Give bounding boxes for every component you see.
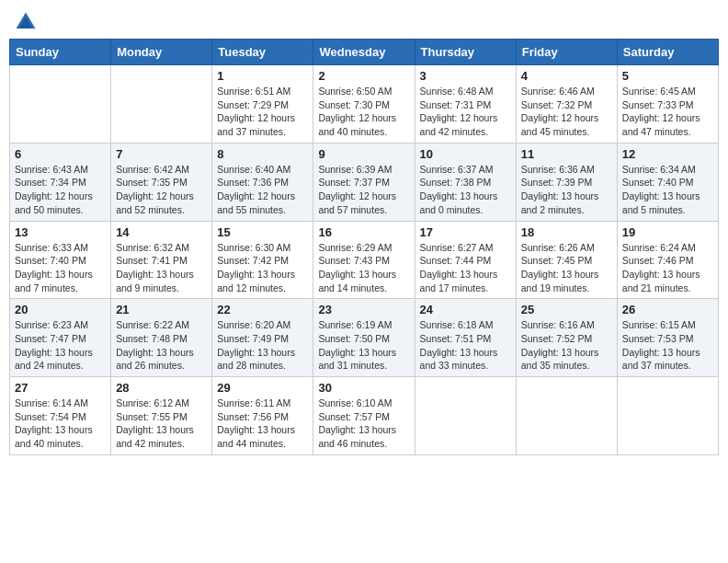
day-number: 15	[217, 225, 308, 239]
weekday-header-sunday: Sunday	[10, 40, 111, 65]
day-info: Sunrise: 6:32 AM Sunset: 7:41 PM Dayligh…	[116, 241, 207, 295]
day-number: 29	[217, 381, 308, 395]
day-number: 16	[318, 225, 409, 239]
day-number: 6	[15, 147, 106, 161]
calendar-cell: 5Sunrise: 6:45 AM Sunset: 7:33 PM Daylig…	[617, 65, 718, 144]
day-info: Sunrise: 6:22 AM Sunset: 7:48 PM Dayligh…	[116, 318, 207, 373]
calendar-cell: 2Sunrise: 6:50 AM Sunset: 7:30 PM Daylig…	[313, 65, 415, 144]
calendar-cell	[10, 65, 111, 144]
calendar-week-1: 1Sunrise: 6:51 AM Sunset: 7:29 PM Daylig…	[10, 65, 719, 144]
calendar-cell: 25Sunrise: 6:16 AM Sunset: 7:52 PM Dayli…	[516, 299, 617, 377]
day-number: 30	[318, 381, 409, 395]
calendar-cell: 23Sunrise: 6:19 AM Sunset: 7:50 PM Dayli…	[313, 299, 415, 377]
day-number: 4	[521, 69, 612, 83]
header	[9, 9, 719, 35]
calendar-cell: 27Sunrise: 6:14 AM Sunset: 7:54 PM Dayli…	[10, 377, 111, 455]
calendar: SundayMondayTuesdayWednesdayThursdayFrid…	[9, 39, 719, 455]
calendar-week-3: 13Sunrise: 6:33 AM Sunset: 7:40 PM Dayli…	[10, 221, 719, 299]
day-info: Sunrise: 6:10 AM Sunset: 7:57 PM Dayligh…	[318, 396, 409, 451]
day-number: 11	[521, 147, 612, 161]
day-number: 9	[318, 147, 409, 161]
calendar-cell: 16Sunrise: 6:29 AM Sunset: 7:43 PM Dayli…	[313, 221, 415, 299]
day-number: 18	[521, 225, 612, 239]
calendar-cell: 28Sunrise: 6:12 AM Sunset: 7:55 PM Dayli…	[111, 377, 212, 455]
day-info: Sunrise: 6:24 AM Sunset: 7:46 PM Dayligh…	[622, 241, 713, 295]
calendar-week-5: 27Sunrise: 6:14 AM Sunset: 7:54 PM Dayli…	[10, 377, 719, 455]
calendar-cell: 7Sunrise: 6:42 AM Sunset: 7:35 PM Daylig…	[111, 143, 212, 221]
calendar-cell: 15Sunrise: 6:30 AM Sunset: 7:42 PM Dayli…	[212, 221, 313, 299]
day-info: Sunrise: 6:48 AM Sunset: 7:31 PM Dayligh…	[420, 85, 511, 139]
weekday-header-row: SundayMondayTuesdayWednesdayThursdayFrid…	[10, 40, 719, 65]
day-number: 28	[116, 381, 207, 395]
calendar-cell: 22Sunrise: 6:20 AM Sunset: 7:49 PM Dayli…	[212, 299, 313, 377]
day-info: Sunrise: 6:36 AM Sunset: 7:39 PM Dayligh…	[521, 163, 612, 217]
logo	[13, 9, 42, 35]
calendar-cell: 26Sunrise: 6:15 AM Sunset: 7:53 PM Dayli…	[617, 299, 718, 377]
calendar-cell: 30Sunrise: 6:10 AM Sunset: 7:57 PM Dayli…	[313, 377, 415, 455]
calendar-cell: 6Sunrise: 6:43 AM Sunset: 7:34 PM Daylig…	[10, 143, 111, 221]
calendar-cell: 29Sunrise: 6:11 AM Sunset: 7:56 PM Dayli…	[212, 377, 313, 455]
day-number: 21	[116, 303, 207, 316]
calendar-cell: 14Sunrise: 6:32 AM Sunset: 7:41 PM Dayli…	[111, 221, 212, 299]
day-info: Sunrise: 6:14 AM Sunset: 7:54 PM Dayligh…	[15, 396, 106, 451]
calendar-cell	[415, 377, 516, 455]
calendar-cell: 21Sunrise: 6:22 AM Sunset: 7:48 PM Dayli…	[111, 299, 212, 377]
day-number: 20	[15, 303, 106, 316]
day-info: Sunrise: 6:34 AM Sunset: 7:40 PM Dayligh…	[622, 163, 713, 217]
day-info: Sunrise: 6:12 AM Sunset: 7:55 PM Dayligh…	[116, 396, 207, 451]
day-number: 27	[15, 381, 106, 395]
calendar-week-2: 6Sunrise: 6:43 AM Sunset: 7:34 PM Daylig…	[10, 143, 719, 221]
weekday-header-wednesday: Wednesday	[313, 40, 415, 65]
day-info: Sunrise: 6:46 AM Sunset: 7:32 PM Dayligh…	[521, 85, 612, 139]
day-info: Sunrise: 6:43 AM Sunset: 7:34 PM Dayligh…	[15, 163, 106, 217]
logo-icon	[13, 9, 39, 35]
day-number: 26	[622, 303, 713, 316]
calendar-cell	[111, 65, 212, 144]
day-number: 23	[318, 303, 409, 316]
weekday-header-monday: Monday	[111, 40, 212, 65]
day-number: 5	[622, 69, 713, 83]
day-info: Sunrise: 6:42 AM Sunset: 7:35 PM Dayligh…	[116, 163, 207, 217]
weekday-header-saturday: Saturday	[617, 40, 718, 65]
calendar-cell: 4Sunrise: 6:46 AM Sunset: 7:32 PM Daylig…	[516, 65, 617, 144]
weekday-header-thursday: Thursday	[415, 40, 516, 65]
calendar-cell	[516, 377, 617, 455]
calendar-cell	[617, 377, 718, 455]
calendar-cell: 9Sunrise: 6:39 AM Sunset: 7:37 PM Daylig…	[313, 143, 415, 221]
day-info: Sunrise: 6:29 AM Sunset: 7:43 PM Dayligh…	[318, 241, 409, 295]
day-info: Sunrise: 6:30 AM Sunset: 7:42 PM Dayligh…	[217, 241, 308, 295]
day-number: 7	[116, 147, 207, 161]
calendar-cell: 17Sunrise: 6:27 AM Sunset: 7:44 PM Dayli…	[415, 221, 516, 299]
day-info: Sunrise: 6:27 AM Sunset: 7:44 PM Dayligh…	[420, 241, 511, 295]
day-info: Sunrise: 6:15 AM Sunset: 7:53 PM Dayligh…	[622, 318, 713, 373]
day-info: Sunrise: 6:40 AM Sunset: 7:36 PM Dayligh…	[217, 163, 308, 217]
day-info: Sunrise: 6:16 AM Sunset: 7:52 PM Dayligh…	[521, 318, 612, 373]
day-number: 14	[116, 225, 207, 239]
day-info: Sunrise: 6:18 AM Sunset: 7:51 PM Dayligh…	[420, 318, 511, 373]
day-info: Sunrise: 6:23 AM Sunset: 7:47 PM Dayligh…	[15, 318, 106, 373]
day-info: Sunrise: 6:45 AM Sunset: 7:33 PM Dayligh…	[622, 85, 713, 139]
day-number: 13	[15, 225, 106, 239]
day-number: 2	[318, 69, 409, 83]
day-number: 12	[622, 147, 713, 161]
calendar-cell: 10Sunrise: 6:37 AM Sunset: 7:38 PM Dayli…	[415, 143, 516, 221]
calendar-cell: 20Sunrise: 6:23 AM Sunset: 7:47 PM Dayli…	[10, 299, 111, 377]
day-number: 1	[217, 69, 308, 83]
day-number: 22	[217, 303, 308, 316]
calendar-cell: 19Sunrise: 6:24 AM Sunset: 7:46 PM Dayli…	[617, 221, 718, 299]
day-info: Sunrise: 6:11 AM Sunset: 7:56 PM Dayligh…	[217, 396, 308, 451]
calendar-cell: 12Sunrise: 6:34 AM Sunset: 7:40 PM Dayli…	[617, 143, 718, 221]
calendar-cell: 8Sunrise: 6:40 AM Sunset: 7:36 PM Daylig…	[212, 143, 313, 221]
calendar-cell: 18Sunrise: 6:26 AM Sunset: 7:45 PM Dayli…	[516, 221, 617, 299]
calendar-cell: 1Sunrise: 6:51 AM Sunset: 7:29 PM Daylig…	[212, 65, 313, 144]
day-info: Sunrise: 6:26 AM Sunset: 7:45 PM Dayligh…	[521, 241, 612, 295]
day-number: 25	[521, 303, 612, 316]
day-number: 8	[217, 147, 308, 161]
day-info: Sunrise: 6:20 AM Sunset: 7:49 PM Dayligh…	[217, 318, 308, 373]
day-info: Sunrise: 6:50 AM Sunset: 7:30 PM Dayligh…	[318, 85, 409, 139]
calendar-week-4: 20Sunrise: 6:23 AM Sunset: 7:47 PM Dayli…	[10, 299, 719, 377]
weekday-header-friday: Friday	[516, 40, 617, 65]
day-info: Sunrise: 6:19 AM Sunset: 7:50 PM Dayligh…	[318, 318, 409, 373]
calendar-cell: 11Sunrise: 6:36 AM Sunset: 7:39 PM Dayli…	[516, 143, 617, 221]
day-number: 19	[622, 225, 713, 239]
